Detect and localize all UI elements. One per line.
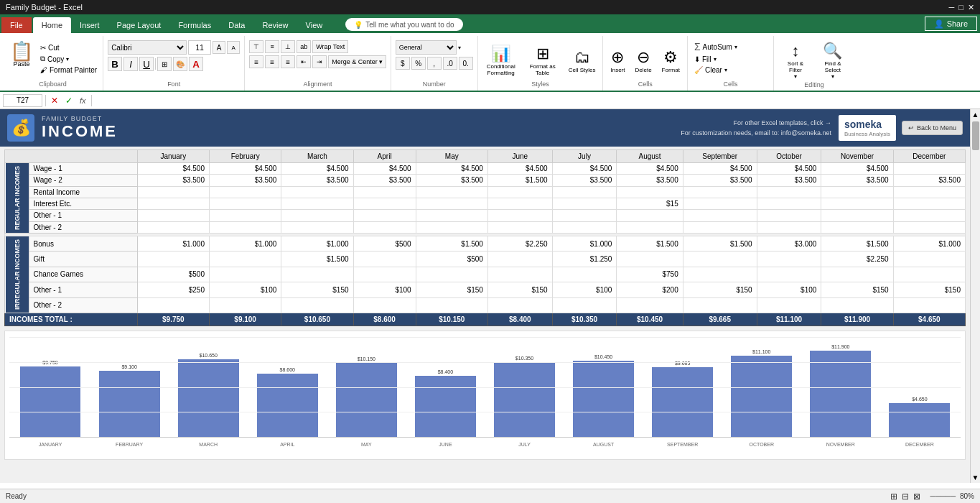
cell-value[interactable] [137,297,209,313]
copy-button[interactable]: ⧉ Copy ▾ [39,54,98,64]
sort-dropdown-icon[interactable]: ▾ [794,73,797,80]
borders-btn[interactable]: ⊞ [157,57,172,71]
cell-value[interactable] [757,221,821,233]
orientation-btn[interactable]: ab [297,40,311,53]
cell-value[interactable] [683,210,757,221]
number-format-select[interactable]: General [396,40,457,55]
cell-value[interactable]: $500 [137,267,209,282]
cell-value[interactable]: $150 [281,282,353,297]
cell-value[interactable] [821,221,893,233]
cell-value[interactable]: $150 [416,282,487,297]
tab-formulas[interactable]: Formulas [169,17,220,33]
cell-value[interactable] [821,267,893,282]
underline-btn[interactable]: U [139,57,154,71]
cell-value[interactable] [210,251,281,267]
currency-btn[interactable]: $ [396,57,410,70]
tab-insert[interactable]: Insert [71,17,108,33]
cell-value[interactable] [893,267,965,282]
find-dropdown-icon[interactable]: ▾ [831,73,834,80]
increase-decimal-btn[interactable]: .0 [443,57,457,70]
tab-page-layout[interactable]: Page Layout [108,17,170,33]
cell-value[interactable] [487,186,552,198]
cell-value[interactable] [552,267,617,282]
cell-value[interactable] [893,251,965,267]
align-top-btn[interactable]: ⊤ [249,40,263,53]
cell-value[interactable] [210,221,281,233]
page-layout-btn[interactable]: ⊟ [902,492,909,502]
cell-value[interactable] [210,186,281,198]
cell-value[interactable] [683,251,757,267]
cell-styles-btn[interactable]: 🗂 Cell Styles [566,47,599,75]
normal-view-btn[interactable]: ⊞ [890,492,897,502]
cell-value[interactable]: $3.500 [821,175,893,186]
cell-value[interactable]: $1.000 [281,236,353,251]
confirm-formula-btn[interactable]: ✓ [63,96,75,106]
cell-value[interactable] [137,210,209,221]
cell-value[interactable]: $200 [617,282,683,297]
cell-value[interactable] [137,186,209,198]
cell-value[interactable] [683,221,757,233]
cell-value[interactable]: $3.500 [281,175,353,186]
cell-value[interactable]: $1.250 [552,251,617,267]
cell-value[interactable]: $4.500 [757,163,821,175]
cell-value[interactable] [757,251,821,267]
autosum-button[interactable]: Σ AutoSum ▾ [692,40,769,53]
scroll-down-btn[interactable]: ▼ [971,472,980,483]
cell-value[interactable] [893,163,965,175]
cell-value[interactable]: $100 [353,282,416,297]
cell-value[interactable] [416,297,487,313]
cell-value[interactable]: $150 [893,282,965,297]
cell-value[interactable] [893,221,965,233]
cell-value[interactable]: $3.000 [757,236,821,251]
cell-value[interactable]: $3.500 [210,175,281,186]
cell-value[interactable] [683,198,757,209]
cell-value[interactable] [552,297,617,313]
cell-value[interactable]: $150 [683,282,757,297]
cell-value[interactable] [617,221,683,233]
font-size-increase-btn[interactable]: A [213,41,225,54]
find-select-btn[interactable]: 🔍 Find & Select ▾ [816,40,850,81]
increase-indent-btn[interactable]: ⇥ [312,55,327,68]
cell-value[interactable] [552,221,617,233]
cell-value[interactable] [353,210,416,221]
cell-value[interactable] [757,210,821,221]
cell-value[interactable] [281,267,353,282]
cell-value[interactable] [617,297,683,313]
cell-value[interactable]: $4.500 [353,163,416,175]
cell-value[interactable] [353,297,416,313]
cell-value[interactable]: $1.000 [137,236,209,251]
formula-input[interactable] [95,94,977,107]
cell-value[interactable]: $2.250 [487,236,552,251]
cell-value[interactable] [416,186,487,198]
autosum-dropdown-icon[interactable]: ▾ [734,44,737,50]
cell-value[interactable] [487,267,552,282]
share-button[interactable]: 👤 Share [925,17,977,31]
cancel-formula-btn[interactable]: ✕ [49,96,60,106]
cell-value[interactable]: $250 [137,282,209,297]
cell-value[interactable] [416,210,487,221]
cell-value[interactable]: $3.500 [353,175,416,186]
cell-value[interactable]: $1.500 [416,236,487,251]
cell-value[interactable]: $4.500 [683,163,757,175]
scroll-thumb[interactable] [972,121,979,150]
cut-button[interactable]: ✂ Cut [39,43,98,52]
decrease-indent-btn[interactable]: ⇤ [297,55,311,68]
cell-value[interactable] [281,221,353,233]
cell-value[interactable]: $500 [416,251,487,267]
cell-value[interactable] [821,297,893,313]
delete-btn[interactable]: ⊖ Delete [632,47,654,75]
cell-value[interactable] [617,186,683,198]
cell-value[interactable]: $4.500 [617,163,683,175]
cell-value[interactable]: $100 [757,282,821,297]
font-name-select[interactable]: Calibri [108,40,187,55]
cell-value[interactable] [353,251,416,267]
bold-btn[interactable]: B [108,57,122,71]
align-right-btn[interactable]: ≡ [281,55,295,68]
cell-value[interactable] [757,198,821,209]
align-left-btn[interactable]: ≡ [249,55,263,68]
cell-value[interactable]: $1.500 [683,236,757,251]
cell-value[interactable]: $4.500 [821,163,893,175]
cell-value[interactable]: $3.500 [617,175,683,186]
cell-value[interactable]: $1.000 [893,236,965,251]
cell-value[interactable] [416,267,487,282]
